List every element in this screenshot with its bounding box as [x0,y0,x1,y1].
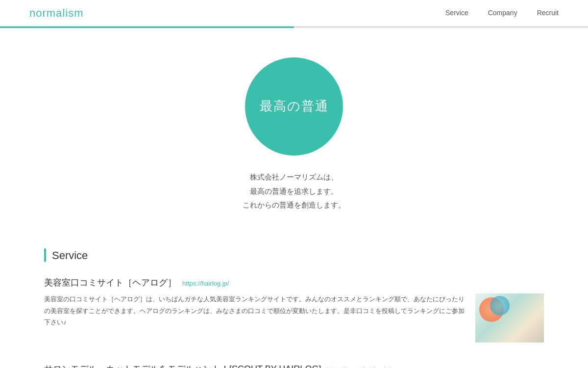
hero-circle-text: 最高の普通 [260,96,329,117]
service-item-hairlog-desc: 美容室の口コミサイト［ヘアログ］は、いちばんガチな人気美容室ランキングサイトです… [44,293,466,328]
service-item-scout-title: サロンモデル、カットモデルをモデルハント！[SCOUT BY HAIRLOG] [44,362,321,368]
service-item-hairlog: 美容室口コミサイト［ヘアログ］ https://hairlog.jp/ 美容室の… [44,276,544,343]
hero-section: 最高の普通 株式会社ノーマリズムは、 最高の普通を追求します。 これからの普通を… [0,28,588,237]
header: normalism Service Company Recruit [0,0,588,26]
hero-description: 株式会社ノーマリズムは、 最高の普通を追求します。 これからの普通を創造します。 [243,170,345,212]
service-item-hairlog-image [475,293,544,342]
main-nav: Service Company Recruit [445,7,559,18]
main-content: Service 美容室口コミサイト［ヘアログ］ https://hairlog.… [15,237,573,368]
hero-circle: 最高の普通 [245,57,343,156]
service-section-title: Service [52,247,88,264]
logo[interactable]: normalism [29,4,83,22]
service-item-hairlog-body: 美容室の口コミサイト［ヘアログ］は、いちばんガチな人気美容室ランキングサイトです… [44,293,544,342]
service-item-scout-header: サロンモデル、カットモデルをモデルハント！[SCOUT BY HAIRLOG] … [44,362,544,368]
service-section-header: Service [44,247,544,264]
service-item-hairlog-header: 美容室口コミサイト［ヘアログ］ https://hairlog.jp/ [44,276,544,290]
hero-description-line3: これからの普通を創造します。 [243,198,345,212]
service-item-scout-link[interactable]: https://scout.hairlog.jp/ [327,365,391,368]
nav-recruit[interactable]: Recruit [537,7,559,18]
hero-description-line1: 株式会社ノーマリズムは、 [243,170,345,184]
service-item-hairlog-link[interactable]: https://hairlog.jp/ [182,279,229,289]
nav-company[interactable]: Company [488,7,517,18]
section-accent-bar [44,248,46,262]
nav-service[interactable]: Service [445,7,468,18]
service-item-scout: サロンモデル、カットモデルをモデルハント！[SCOUT BY HAIRLOG] … [44,362,544,368]
service-item-hairlog-title: 美容室口コミサイト［ヘアログ］ [44,276,176,290]
hero-description-line2: 最高の普通を追求します。 [243,184,345,199]
